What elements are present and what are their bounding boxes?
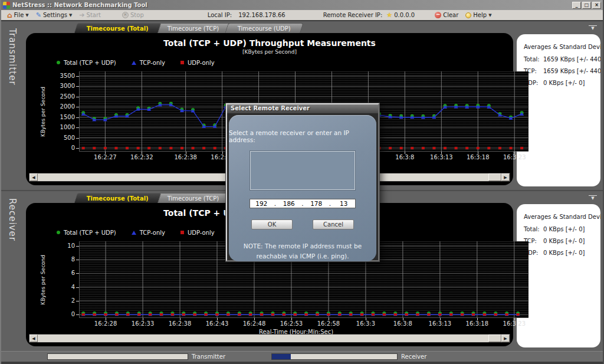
clear-button[interactable]: − Clear xyxy=(431,10,462,20)
transmitter-progress-label: Transmitter xyxy=(192,353,225,360)
settings-menu-button[interactable]: ✎ Settings ▼ xyxy=(32,10,76,20)
ip-address-input[interactable]: 192.186.178.13 xyxy=(250,199,356,208)
ok-button[interactable]: OK xyxy=(251,219,293,229)
local-ip-group: Local IP: 192.168.178.66 xyxy=(204,10,289,20)
stats-row: Total:1659 KBps [+/- 440,11] xyxy=(524,56,600,63)
x-tick-label: 16:2:32 xyxy=(130,154,153,160)
y-tick-label: 1000 xyxy=(55,124,75,130)
maximize-button[interactable]: □ xyxy=(582,2,591,9)
scrollbar-thumb[interactable] xyxy=(488,335,501,342)
scroll-left-icon[interactable]: ◀ xyxy=(29,335,38,342)
y-tick-label: 3000 xyxy=(55,83,75,89)
start-button-label: Start xyxy=(87,12,101,18)
stats-row: UDP:0 KBps [+/- 0] xyxy=(524,80,600,86)
tab-timecourse-tcp[interactable]: Timecourse (TCP) xyxy=(155,193,232,203)
circle-marker-icon xyxy=(57,61,60,64)
x-tick-label: 16:3:8 xyxy=(395,154,414,160)
help-menu-button[interactable]: Help ▼ xyxy=(462,10,495,20)
ip-octet-1[interactable]: 192 xyxy=(250,200,273,207)
legend-item: UDP-only xyxy=(180,60,215,66)
remote-receiver-listbox[interactable] xyxy=(250,151,355,190)
tab-timecourse-tcp[interactable]: Timecourse (TCP) xyxy=(155,23,232,33)
scroll-right-icon[interactable]: ▶ xyxy=(501,335,510,342)
remote-ip-label: Remote Receiver IP: xyxy=(323,12,383,18)
stats-row: UDP:0 KBps [+/- 0] xyxy=(524,250,600,256)
y-tick-label: 8 xyxy=(55,256,75,263)
close-button[interactable]: × xyxy=(592,2,601,9)
y-tick-label: 2500 xyxy=(55,93,75,100)
start-button[interactable]: ➔ Start xyxy=(76,10,104,20)
clear-button-label: Clear xyxy=(443,12,458,18)
transmitter-stats-panel: Averages & Standard DeviationTotal:1659 … xyxy=(517,34,600,186)
legend-item: UDP-only xyxy=(180,229,215,236)
tab-timecourse-total[interactable]: Timecourse (Total) xyxy=(74,23,162,33)
y-tick-label: 2000 xyxy=(55,103,75,110)
star-icon: ★ xyxy=(386,11,392,19)
x-tick-label: 16:3:13 xyxy=(429,320,452,327)
receiver-progress-bar xyxy=(271,353,398,360)
stats-title: Averages & Standard Deviation xyxy=(524,214,600,220)
ip-octet-2[interactable]: 186 xyxy=(277,200,300,207)
app-icon xyxy=(3,2,10,9)
receiver-scrollbar[interactable]: ◀ ▶ xyxy=(29,334,510,343)
dialog-prompt: Select a remote receiver or enter an IP … xyxy=(229,129,376,143)
legend-item: Total (TCP + UDP) xyxy=(57,60,116,66)
x-tick-label: 16:3:8 xyxy=(393,320,412,327)
scroll-right-icon[interactable]: ▶ xyxy=(501,173,510,181)
y-tick-label: 4 xyxy=(55,284,75,290)
x-tick-label: 16:2:48 xyxy=(243,320,266,327)
collapse-section-icon[interactable]: ▼ xyxy=(589,25,597,31)
stats-title: Averages & Standard Deviation xyxy=(524,44,600,50)
chevron-down-icon: ▼ xyxy=(69,13,72,18)
x-tick-label: 16:3:3 xyxy=(356,320,375,327)
x-tick-label: 16:2:53 xyxy=(280,320,303,327)
remote-ip-group: Remote Receiver IP: ★ 0.0.0.0 xyxy=(320,10,418,20)
minimize-button[interactable]: _ xyxy=(572,2,581,9)
collapse-section-icon[interactable]: ▼ xyxy=(589,195,597,201)
y-tick-label: 6 xyxy=(55,270,75,276)
y-tick-label: 1500 xyxy=(55,114,75,120)
ip-octet-4[interactable]: 13 xyxy=(332,200,355,207)
triangle-marker-icon xyxy=(132,231,136,235)
tab-label: Timecourse (TCP) xyxy=(168,195,219,202)
tab-label: Timecourse (TCP) xyxy=(168,25,219,32)
y-tick-label: 3500 xyxy=(55,73,75,79)
lightbulb-icon xyxy=(465,12,471,18)
scroll-left-icon[interactable]: ◀ xyxy=(29,173,38,181)
window-title: NetStress :: Network Benchmarking Tool xyxy=(12,2,571,8)
square-marker-icon xyxy=(180,61,184,64)
transmitter-tab-bar: Timecourse (Total)Timecourse (TCP)Timeco… xyxy=(24,21,603,33)
ip-octet-3[interactable]: 178 xyxy=(305,200,328,207)
transmitter-section-label: Transmitter xyxy=(7,21,18,190)
cancel-button[interactable]: Cancel xyxy=(313,219,354,229)
clear-icon: − xyxy=(435,12,441,18)
receiver-section-label: Receiver xyxy=(7,191,18,351)
tab-timecourse-udp[interactable]: Timecourse (UDP) xyxy=(225,23,304,33)
y-tick-label: 500 xyxy=(55,135,75,141)
x-tick-label: 16:2:38 xyxy=(169,320,192,327)
scrollbar-thumb[interactable] xyxy=(488,173,501,181)
toolbar: ⌂ File ▼ ✎ Settings ▼ ➔ Start ✕ Stop Loc… xyxy=(1,10,603,21)
start-arrow-icon: ➔ xyxy=(79,11,84,19)
chevron-down-icon: ▼ xyxy=(25,13,28,18)
stop-button-label: Stop xyxy=(130,12,144,18)
dialog-note: NOTE: The remote IP address must be reac… xyxy=(244,241,362,261)
legend-item: Total (TCP + UDP) xyxy=(57,229,116,236)
file-menu-button[interactable]: ⌂ File ▼ xyxy=(4,10,32,20)
stats-row: TCP:1659 KBps [+/- 440,11] xyxy=(524,68,600,74)
tab-label: Timecourse (Total) xyxy=(87,195,149,202)
stop-button[interactable]: ✕ Stop xyxy=(119,10,147,20)
x-tick-label: 16:2:33 xyxy=(132,320,155,327)
help-menu-label: Help xyxy=(473,12,487,18)
y-tick-label: 10 xyxy=(55,242,75,249)
receiver-stats-panel: Averages & Standard DeviationTotal:0 KBp… xyxy=(517,204,600,347)
settings-menu-label: Settings xyxy=(43,12,67,18)
x-tick-label: 16:3:23 xyxy=(503,320,526,327)
x-tick-label: 16:2:43 xyxy=(206,320,229,327)
dialog-title-bar[interactable]: Select Remote Receiver xyxy=(227,104,378,113)
transmitter-strip: Transmitter xyxy=(1,21,24,190)
tab-timecourse-total[interactable]: Timecourse (Total) xyxy=(74,193,162,203)
receiver-strip: Receiver xyxy=(1,191,24,351)
scrollbar-track[interactable] xyxy=(38,335,488,342)
window-bottom-frame xyxy=(1,362,603,364)
